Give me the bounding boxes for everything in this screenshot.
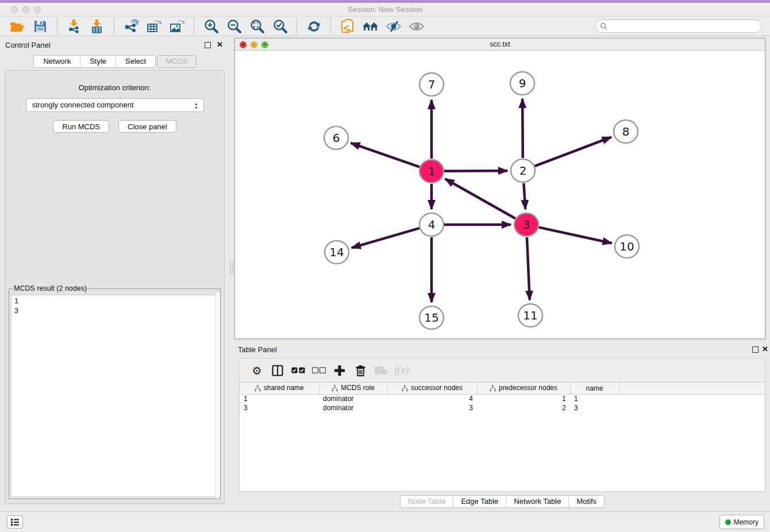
cell-MCDS-role[interactable]: dominator xyxy=(319,394,387,403)
column-header-name[interactable]: name xyxy=(570,383,619,394)
table-panel-title: Table Panel xyxy=(238,345,277,354)
table-panel: Table Panel ✕ ⚙ f(x) shared nameMCDS rol… xyxy=(234,342,770,511)
run-mcds-button[interactable]: Run MCDS xyxy=(53,120,109,133)
app-titlebar: Session: New Session xyxy=(0,3,770,17)
search-icon xyxy=(600,22,607,30)
graph-node-label-2: 2 xyxy=(519,164,527,178)
cell-successor-nodes[interactable]: 4 xyxy=(387,394,477,403)
column-header-filler xyxy=(619,383,765,394)
function-builder-icon: f(x) xyxy=(394,363,409,378)
edge-2-3[interactable] xyxy=(523,183,525,209)
cell-shared-name[interactable]: 3 xyxy=(240,403,319,413)
network-window-titlebar[interactable]: ✕ − + scc.txt xyxy=(235,38,765,51)
show-selected-eye-icon[interactable] xyxy=(408,18,425,35)
mcds-result-group: MCDS result (2 nodes) 1 3 xyxy=(9,284,221,499)
float-table-panel-icon[interactable] xyxy=(752,346,759,353)
show-all-networks-icon[interactable] xyxy=(362,18,379,35)
mcds-result-title: MCDS result (2 nodes) xyxy=(13,284,88,292)
tab-select[interactable]: Select xyxy=(116,56,155,67)
zoom-in-icon[interactable] xyxy=(202,18,220,35)
table-row[interactable]: 1dominator411 xyxy=(240,394,765,403)
graph-node-label-3: 3 xyxy=(523,218,530,232)
task-list-icon xyxy=(10,518,20,526)
edge-2-9[interactable] xyxy=(522,99,523,158)
tab-mcds[interactable]: MCDS xyxy=(157,55,196,68)
column-header-shared-name[interactable]: shared name xyxy=(240,383,319,394)
delete-column-trash-icon[interactable] xyxy=(353,363,368,378)
edge-1-6[interactable] xyxy=(351,143,419,167)
tab-motifs[interactable]: Motifs xyxy=(569,496,604,507)
graph-node-label-4: 4 xyxy=(428,218,436,232)
network-window-title: scc.txt xyxy=(235,40,765,48)
edge-3-10[interactable] xyxy=(538,228,611,244)
cell-name[interactable]: 1 xyxy=(570,394,619,403)
search-input[interactable] xyxy=(610,21,761,32)
tab-edge-table[interactable]: Edge Table xyxy=(453,496,506,507)
graph-node-label-14: 14 xyxy=(329,245,344,259)
add-column-icon[interactable] xyxy=(332,363,347,378)
table-settings-gear-icon[interactable]: ⚙ xyxy=(249,363,264,378)
column-header-MCDS-role[interactable]: MCDS role xyxy=(319,383,387,394)
close-table-panel-icon[interactable]: ✕ xyxy=(762,345,768,353)
export-network-icon[interactable] xyxy=(122,18,140,35)
select-all-checkboxes-icon[interactable] xyxy=(291,363,306,378)
table-row[interactable]: 3dominator323 xyxy=(240,403,765,413)
zoom-selected-icon[interactable] xyxy=(271,18,288,35)
duplicate-network-icon[interactable] xyxy=(339,18,356,35)
close-panel-button[interactable]: Close panel xyxy=(118,120,176,133)
column-header-successor-nodes[interactable]: successor nodes xyxy=(387,383,477,394)
import-table-icon[interactable] xyxy=(88,18,106,35)
toolbar-separator xyxy=(114,18,114,34)
tab-node-table[interactable]: Node Table xyxy=(401,496,454,507)
optimization-criterion-label: Optimization criterion: xyxy=(5,83,224,92)
refresh-layout-icon[interactable] xyxy=(305,18,322,35)
cell-successor-nodes[interactable]: 3 xyxy=(387,403,477,413)
import-network-icon[interactable] xyxy=(66,18,83,35)
tab-network-table[interactable]: Network Table xyxy=(506,496,569,507)
task-history-button[interactable] xyxy=(7,515,23,529)
cell-predecessor-nodes[interactable]: 2 xyxy=(477,403,570,413)
tab-network[interactable]: Network xyxy=(34,56,80,67)
criterion-dropdown[interactable]: strongly connected component ▲▼ xyxy=(26,98,204,112)
toolbar-separator xyxy=(297,18,297,34)
float-panel-icon[interactable] xyxy=(205,42,211,48)
edge-3-11[interactable] xyxy=(527,237,530,300)
table-toolbar: ⚙ f(x) xyxy=(239,358,765,382)
node-table[interactable]: shared nameMCDS rolesuccessor nodesprede… xyxy=(239,382,765,492)
export-image-icon[interactable] xyxy=(168,18,186,35)
criterion-value: strongly connected component xyxy=(32,101,134,109)
column-layout-icon[interactable] xyxy=(270,363,285,378)
cell-name[interactable]: 3 xyxy=(570,403,619,413)
graph-node-label-1: 1 xyxy=(428,164,436,178)
edge-3-1[interactable] xyxy=(445,179,515,218)
column-type-icon xyxy=(255,385,261,391)
splitter-grip[interactable] xyxy=(230,261,233,274)
save-session-icon[interactable] xyxy=(32,18,49,35)
edge-4-14[interactable] xyxy=(352,228,419,248)
global-search-field[interactable] xyxy=(595,20,762,33)
hide-selected-eye-icon[interactable] xyxy=(385,18,402,35)
network-graph-canvas[interactable]: 7968124314101511 xyxy=(235,51,765,338)
edge-2-8[interactable] xyxy=(535,137,611,167)
toolbar-separator xyxy=(57,18,57,34)
zoom-out-icon[interactable] xyxy=(225,18,242,35)
control-panel-tabbar: Network Style Select xyxy=(33,55,156,68)
cell-predecessor-nodes[interactable]: 1 xyxy=(477,394,570,403)
graph-node-label-8: 8 xyxy=(622,125,630,138)
graph-node-label-15: 15 xyxy=(424,311,438,325)
memory-button[interactable]: Memory xyxy=(719,515,764,529)
column-type-icon xyxy=(402,385,408,391)
result-scrollbar[interactable] xyxy=(215,292,220,499)
close-panel-icon[interactable]: ✕ xyxy=(217,40,223,49)
column-header-predecessor-nodes[interactable]: predecessor nodes xyxy=(477,383,570,394)
cell-MCDS-role[interactable]: dominator xyxy=(319,403,387,413)
deselect-all-checkboxes-icon[interactable] xyxy=(311,363,326,378)
tab-style[interactable]: Style xyxy=(80,56,116,67)
open-file-icon[interactable] xyxy=(9,18,26,35)
export-table-icon[interactable] xyxy=(145,18,163,35)
cell-shared-name[interactable]: 1 xyxy=(240,394,319,403)
toolbar-separator xyxy=(194,18,194,34)
mcds-result-text[interactable]: 1 3 xyxy=(11,295,218,497)
edge-1-2[interactable] xyxy=(444,171,507,171)
zoom-fit-icon[interactable] xyxy=(248,18,265,35)
